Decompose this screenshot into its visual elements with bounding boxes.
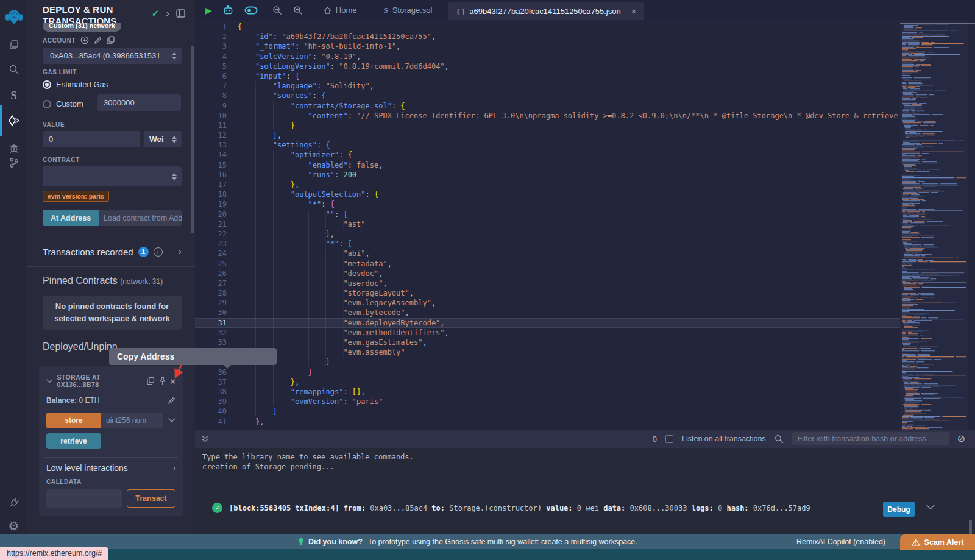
add-account-icon[interactable] — [80, 36, 89, 44]
search-icon[interactable] — [0, 59, 27, 80]
solidity-compiler-icon[interactable]: S — [0, 85, 27, 106]
code-line[interactable]: 7 "language": "Solidity", — [195, 81, 900, 91]
code-line[interactable]: 34 "evm.assembly" — [195, 347, 900, 357]
copy-account-icon[interactable] — [107, 36, 115, 44]
value-input[interactable] — [43, 131, 140, 147]
custom-gas-input[interactable] — [98, 94, 181, 111]
ai-copilot-robot-icon[interactable] — [218, 0, 239, 20]
code-line[interactable]: 4 "solcVersion": "0.8.19", — [195, 52, 900, 62]
code-line[interactable]: 16 "runs": 200 — [195, 170, 900, 180]
file-explorer-icon[interactable] — [0, 35, 27, 55]
collapse-chevron-icon[interactable] — [46, 379, 52, 383]
expand-args-chevron-icon[interactable] — [168, 418, 176, 423]
copilot-status[interactable]: RemixAI Copilot (enabled) — [796, 537, 885, 546]
code-line[interactable]: 39 "evmVersion": "paris" — [195, 397, 900, 406]
account-select[interactable]: 0xA03...85ac4 (0.39866531531 — [43, 48, 182, 64]
pin-panel-icon[interactable] — [176, 9, 185, 18]
code-line[interactable]: 27 "userdoc", — [195, 278, 900, 288]
transact-button[interactable]: Transact — [127, 489, 176, 508]
account-stepper-icon[interactable] — [172, 52, 177, 60]
code-line[interactable]: 23 "*": [ — [195, 239, 900, 249]
collapse-terminal-icon[interactable] — [201, 435, 209, 442]
edit-pencil-icon[interactable] — [94, 37, 102, 44]
tab-storage-sol[interactable]: S Storage.sol — [375, 0, 440, 20]
unit-stepper-icon[interactable] — [172, 136, 177, 143]
code-line[interactable]: 13 "settings": { — [195, 140, 900, 150]
settings-gear-icon[interactable]: ⚙ — [0, 516, 27, 536]
custom-gas-radio[interactable] — [43, 100, 51, 108]
tx-expand-chevron-icon[interactable] — [926, 505, 935, 510]
terminal-body[interactable]: Type the library name to see available c… — [195, 448, 975, 534]
panel-scrollbar[interactable] — [191, 46, 194, 233]
code-line[interactable]: 29 "evm.legacyAssembly", — [195, 298, 900, 308]
estimated-gas-radio[interactable] — [43, 80, 51, 89]
code-line[interactable]: 12 }, — [195, 130, 900, 140]
code-line[interactable]: 26 "devdoc", — [195, 269, 900, 278]
git-icon[interactable] — [0, 152, 27, 173]
code-line[interactable]: 11 } — [195, 121, 900, 130]
code-line[interactable]: 1{ — [195, 22, 900, 32]
code-line[interactable]: 38 "remappings": [], — [195, 387, 900, 397]
listen-all-checkbox[interactable] — [665, 435, 673, 443]
transaction-log-row[interactable]: ✓ [block:5583405 txIndex:4] from: 0xa03.… — [212, 503, 810, 513]
remix-logo-icon[interactable] — [0, 4, 27, 30]
code-line[interactable]: 15 "enabled": false, — [195, 160, 900, 170]
contract-select[interactable] — [43, 166, 182, 186]
chevron-right-icon[interactable]: › — [166, 7, 169, 19]
minimap[interactable] — [900, 20, 968, 437]
code-line[interactable]: 36 } — [195, 367, 900, 377]
code-line[interactable]: 25 "metadata", — [195, 259, 900, 269]
code-line[interactable]: 9 "contracts/Storage.sol": { — [195, 101, 900, 111]
editor-hscrollbar[interactable] — [900, 23, 975, 24]
plugin-manager-icon[interactable] — [0, 492, 27, 513]
code-line[interactable]: 40 } — [195, 406, 900, 416]
at-address-button[interactable]: At Address — [43, 210, 99, 226]
code-line[interactable]: 5 "solcLongVersion": "0.8.19+commit.7dd6… — [195, 62, 900, 71]
code-line[interactable]: 35 ] — [195, 357, 900, 367]
code-line[interactable]: 22 ], — [195, 229, 900, 239]
code-line[interactable]: 32 "evm.methodIdentifiers", — [195, 328, 900, 338]
code-line[interactable]: 28 "storageLayout", — [195, 288, 900, 298]
store-button[interactable]: store — [46, 413, 101, 428]
run-script-icon[interactable]: ▶ — [200, 0, 218, 20]
code-line[interactable]: 6 "input": { — [195, 71, 900, 81]
code-line[interactable]: 20 "": [ — [195, 210, 900, 219]
code-line[interactable]: 37 }, — [195, 377, 900, 387]
code-line[interactable]: 41 }, — [195, 417, 900, 427]
zoom-out-icon[interactable] — [267, 0, 288, 20]
tab-json-file[interactable]: { } a69b43f277ba20fcac141151250ca755.jso… — [448, 2, 644, 20]
code-line[interactable]: 17 }, — [195, 180, 900, 190]
close-tab-icon[interactable]: × — [631, 7, 636, 16]
low-level-info-icon[interactable]: i — [173, 463, 176, 473]
code-line[interactable]: 10 "content": "// SPDX-License-Identifie… — [195, 111, 900, 121]
code-line[interactable]: 21 "ast" — [195, 219, 900, 229]
code-line[interactable]: 24 "abi", — [195, 249, 900, 258]
load-contract-input[interactable]: Load contract from Addre — [99, 210, 182, 226]
scam-alert-button[interactable]: Scam Alert — [900, 534, 975, 550]
clear-console-icon[interactable]: ⊘ — [957, 434, 965, 444]
contract-stepper-icon[interactable] — [172, 173, 177, 180]
store-arg-input[interactable] — [101, 413, 163, 428]
calldata-input[interactable] — [46, 489, 122, 508]
code-line[interactable]: 2 "id": "a69b43f277ba20fcac141151250ca75… — [195, 32, 900, 41]
debug-button[interactable]: Debug — [883, 502, 915, 517]
code-line[interactable]: 33 "evm.gasEstimates", — [195, 338, 900, 347]
deploy-run-icon[interactable] — [0, 110, 27, 131]
copilot-toggle-icon[interactable] — [239, 0, 263, 20]
code-line[interactable]: 3 "_format": "hh-sol-build-info-1", — [195, 41, 900, 51]
edit-balance-icon[interactable] — [168, 397, 176, 405]
zoom-in-icon[interactable] — [288, 0, 308, 20]
code-line[interactable]: 19 "*": { — [195, 199, 900, 209]
tab-home[interactable]: Home — [316, 0, 365, 20]
code-line[interactable]: 30 "evm.bytecode", — [195, 308, 900, 317]
retrieve-button[interactable]: retrieve — [46, 433, 101, 449]
filter-input[interactable] — [792, 432, 949, 445]
code-line[interactable]: 31 "evm.deployedBytecode", — [195, 318, 900, 328]
code-editor[interactable]: 1{2 "id": "a69b43f277ba20fcac141151250ca… — [195, 20, 900, 430]
code-line[interactable]: 18 "outputSelection": { — [195, 190, 900, 199]
code-line[interactable]: 8 "sources": { — [195, 91, 900, 101]
terminal-search-icon[interactable] — [775, 434, 784, 444]
info-icon[interactable]: i — [154, 247, 163, 257]
value-unit-select[interactable]: Wei — [144, 131, 182, 147]
expand-chevron-icon[interactable]: › — [178, 246, 182, 258]
